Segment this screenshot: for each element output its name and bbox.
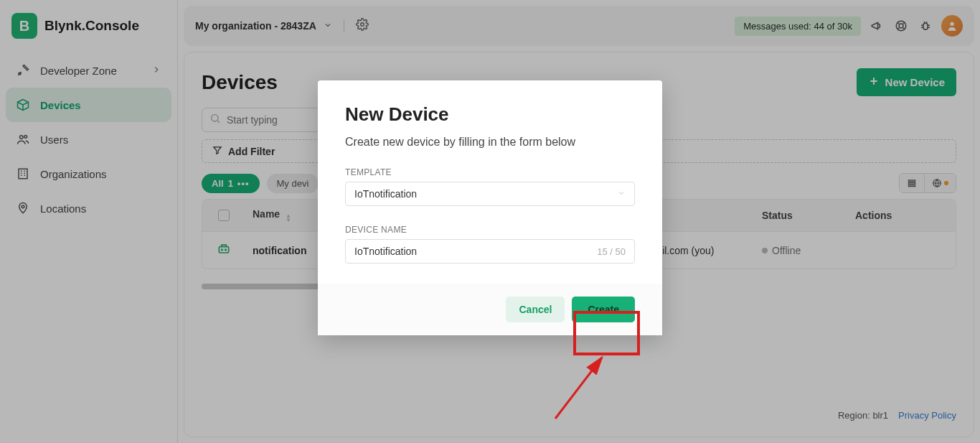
modal-subtitle: Create new device by filling in the form… [345,136,635,149]
template-label: TEMPLATE [345,167,635,177]
template-select[interactable]: IoTnotification [345,182,635,206]
char-count: 15 / 50 [597,246,626,257]
device-name-input-wrap: 15 / 50 [345,239,635,264]
cancel-button[interactable]: Cancel [506,297,565,322]
modal-title: New Device [345,103,635,126]
device-name-input[interactable] [354,246,597,257]
template-value: IoTnotification [354,188,417,200]
svg-line-18 [555,358,602,419]
device-name-label: DEVICE NAME [345,225,635,235]
new-device-modal: New Device Create new device by filling … [318,80,662,335]
annotation-arrow [548,343,620,422]
chevron-down-icon [617,188,626,200]
